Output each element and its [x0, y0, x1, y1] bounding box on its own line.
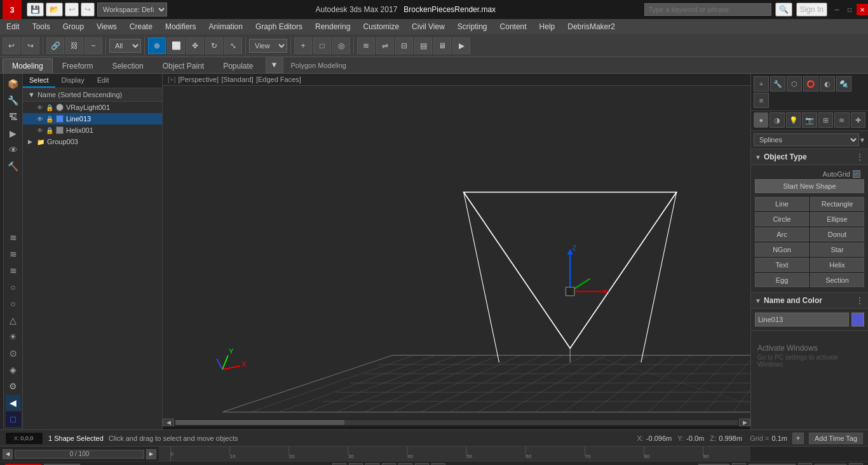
menu-create[interactable]: Create [123, 20, 159, 33]
undo-button[interactable]: ↩ [65, 3, 79, 17]
tool-extra-5[interactable]: ○ [6, 296, 21, 311]
tree-item-line013[interactable]: 👁 🔒 Line013 [23, 113, 162, 125]
add-key-button[interactable]: + [792, 433, 804, 444]
shape-star-btn[interactable]: Star [810, 243, 864, 257]
scroll-thumb[interactable] [175, 420, 344, 425]
tool-active[interactable]: □ [6, 412, 21, 427]
rp-btn-modify[interactable]: 🔧 [770, 76, 785, 91]
pb-to-end[interactable]: ⏭ [431, 463, 445, 466]
menu-group[interactable]: Group [57, 20, 90, 33]
menu-views[interactable]: Views [90, 20, 123, 33]
rp-btn-motion[interactable]: ⭕ [803, 76, 818, 91]
redo-button[interactable]: ↪ [81, 3, 95, 17]
scale-button[interactable]: ⤡ [224, 37, 242, 54]
shape-helix-btn[interactable]: Helix [810, 258, 864, 272]
rp-btn-create[interactable]: + [754, 76, 769, 91]
scroll-prev-btn[interactable]: ◀ [3, 449, 13, 459]
pb-prev-frame[interactable]: ◀ [365, 463, 379, 466]
rp-btn-hierarchy[interactable]: ⬡ [787, 76, 802, 91]
render-button[interactable]: ▶ [452, 37, 470, 54]
shape-arc-btn[interactable]: Arc [755, 227, 809, 241]
align-button[interactable]: ⊟ [395, 37, 413, 54]
shape-line-btn[interactable]: Line [755, 197, 809, 211]
search-input[interactable] [644, 3, 771, 16]
scroll-right-btn[interactable]: ▶ [739, 419, 750, 426]
shape-rectangle-btn[interactable]: Rectangle [810, 197, 864, 211]
scene-tab-select[interactable]: Select [23, 74, 55, 88]
scroll-next-btn[interactable]: ▶ [146, 449, 156, 459]
start-new-shape-button[interactable]: Start New Shape [755, 179, 864, 193]
color-swatch[interactable] [851, 313, 864, 327]
tool-modify[interactable]: 🔧 [6, 93, 21, 108]
tab-object-paint[interactable]: Object Paint [153, 58, 214, 73]
shape-donut-btn[interactable]: Donut [810, 227, 864, 241]
tool-extra-2[interactable]: ≋ [6, 246, 21, 262]
rp-helper-btn[interactable]: ✚ [851, 112, 865, 128]
rotate-button[interactable]: ↻ [205, 37, 223, 54]
tool-extra-10[interactable]: ⚙ [6, 379, 21, 394]
name-color-header[interactable]: ▼ Name and Color ⋮ [751, 293, 868, 309]
shape-section-btn[interactable]: Section [810, 273, 864, 287]
add-time-tag-button[interactable]: Add Time Tag [809, 433, 863, 444]
viewport-canvas[interactable]: X Y Z [163, 86, 750, 426]
rp-space-btn[interactable]: ⊞ [818, 112, 833, 128]
menu-graph-editors[interactable]: Graph Editors [249, 20, 309, 33]
autogrid-checkbox[interactable]: ✓ [853, 170, 860, 178]
sign-in-button[interactable]: Sign In [796, 3, 827, 17]
object-name-input[interactable] [755, 313, 849, 327]
select-region-button[interactable]: ⬜ [167, 37, 185, 54]
bind-button[interactable]: ~ [85, 37, 102, 54]
menu-tools[interactable]: Tools [26, 20, 57, 33]
unlink-button[interactable]: ⛓ [65, 37, 83, 54]
tool-hierarchy[interactable]: 🏗 [6, 109, 21, 125]
rp-btn-extra[interactable]: ≡ [754, 93, 769, 108]
viewport-hscroll[interactable]: ◀ ▶ [163, 419, 750, 426]
snap-button[interactable]: + [294, 37, 312, 54]
percent-snap-button[interactable]: ◎ [332, 37, 350, 54]
menu-animation[interactable]: Animation [203, 20, 249, 33]
tool-utilities[interactable]: 🔨 [6, 159, 21, 174]
scene-tab-display[interactable]: Display [55, 74, 91, 88]
named-sel-button[interactable]: ≋ [357, 37, 375, 54]
vp-edged-faces[interactable]: [Edged Faces] [256, 76, 301, 83]
menu-civil-view[interactable]: Civil View [405, 20, 451, 33]
scroll-left-btn[interactable]: ◀ [163, 419, 174, 426]
filter-dropdown[interactable]: All [109, 39, 141, 53]
close-button[interactable]: ✕ [857, 4, 868, 15]
rp-wave-btn[interactable]: ≋ [834, 112, 849, 128]
tool-motion[interactable]: ▶ [6, 126, 21, 141]
menu-help[interactable]: Help [533, 20, 562, 33]
timeline-track[interactable]: 0 10 20 30 40 50 60 70 80 90 [159, 447, 750, 461]
menu-rendering[interactable]: Rendering [309, 20, 356, 33]
workspace-dropdown[interactable]: Workspace: Default [97, 3, 167, 17]
tool-extra-9[interactable]: ◈ [6, 362, 21, 377]
timeline-position[interactable]: 0 / 100 [15, 450, 144, 459]
rp-btn-utilities[interactable]: 🔩 [836, 76, 851, 91]
tab-selection[interactable]: Selection [102, 58, 153, 73]
menu-customize[interactable]: Customize [356, 20, 405, 33]
tab-populate[interactable]: Populate [214, 58, 262, 73]
mirror-button[interactable]: ⇌ [376, 37, 394, 54]
tool-extra-4[interactable]: ○ [6, 280, 21, 295]
pb-key-filter[interactable]: 🔑 [732, 463, 746, 466]
subtoolbar-menu-button[interactable]: ▼ [266, 57, 283, 73]
shape-ngon-btn[interactable]: NGon [755, 243, 809, 257]
scroll-track[interactable] [175, 420, 738, 425]
tool-extra-3[interactable]: ≋ [6, 263, 21, 278]
link-button[interactable]: 🔗 [46, 37, 64, 54]
pb-to-start[interactable]: ⏮ [332, 463, 346, 466]
rp-sphere-btn[interactable]: ● [754, 112, 768, 128]
vp-perspective[interactable]: [Perspective] [179, 76, 219, 83]
menu-debrismaker[interactable]: DebrisMaker2 [561, 20, 621, 33]
scene-tree-header[interactable]: ▼ Name (Sorted Descending) [23, 88, 162, 102]
object-type-header[interactable]: ▼ Object Type ⋮ [751, 149, 868, 165]
tool-extra-8[interactable]: ⊙ [6, 346, 21, 361]
menu-content[interactable]: Content [494, 20, 533, 33]
tab-freeform[interactable]: Freeform [53, 58, 103, 73]
shape-text-btn[interactable]: Text [755, 258, 809, 272]
pb-next-frame[interactable]: ▶ [398, 463, 412, 466]
save-button[interactable]: 💾 [27, 3, 44, 17]
splines-dropdown[interactable]: Splines [754, 133, 859, 146]
rp-btn-display[interactable]: ◐ [820, 76, 835, 91]
tree-item-helix001[interactable]: 👁 🔒 Helix001 [23, 125, 162, 136]
